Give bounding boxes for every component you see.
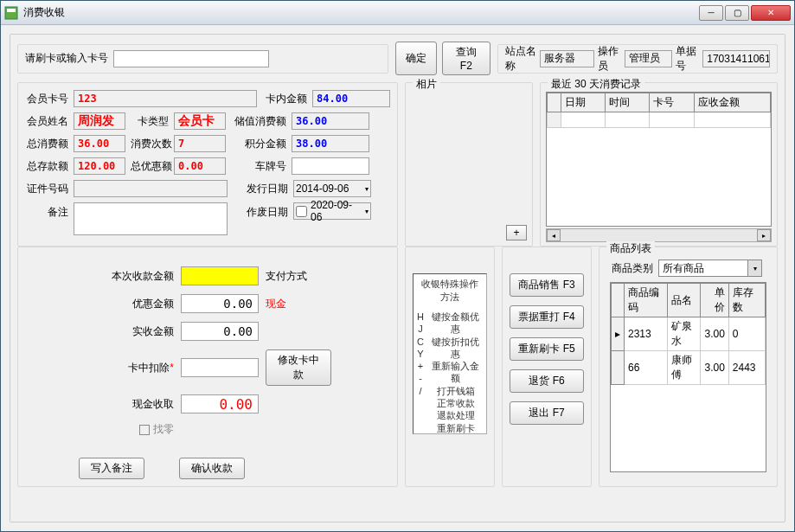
consume-cnt-label: 消费次数 xyxy=(131,137,169,151)
cash-value: 0.00 xyxy=(181,394,259,413)
photo-panel: 相片 + xyxy=(405,82,533,247)
name-label: 会员姓名 xyxy=(25,114,68,129)
col-cardno[interactable]: 卡号 xyxy=(650,93,694,112)
amount-label: 本次收款金额 xyxy=(56,269,174,284)
confirm-payment-button[interactable]: 确认收款 xyxy=(179,458,245,479)
type-value: 会员卡 xyxy=(174,112,226,130)
scroll-left-icon[interactable]: ◂ xyxy=(547,229,561,241)
idno-value xyxy=(74,180,228,197)
col-name[interactable]: 品名 xyxy=(668,284,701,317)
consume-cnt-value: 7 xyxy=(174,135,226,152)
plate-label: 车牌号 xyxy=(231,159,286,174)
paytype-value: 现金 xyxy=(266,297,387,311)
row-selector-header xyxy=(548,93,561,112)
product-list-panel: 商品列表 商品类别 所有商品 ▾ 商品编码 品名 xyxy=(599,247,778,487)
modify-deduct-button[interactable]: 修改卡中款 xyxy=(266,349,331,386)
void-label: 作废日期 xyxy=(233,202,288,220)
void-date-picker[interactable]: 2020-09-06▾ xyxy=(293,202,371,220)
total-deposit-value: 120.00 xyxy=(74,157,125,175)
card-no-value: 123 xyxy=(74,90,257,107)
site-label: 站点名称 xyxy=(505,44,536,74)
col-code[interactable]: 商品编码 xyxy=(625,284,668,317)
change-checkbox[interactable] xyxy=(139,425,150,435)
col-time[interactable]: 时间 xyxy=(606,93,650,112)
col-stock[interactable]: 库存数 xyxy=(728,284,765,317)
app-icon xyxy=(4,6,18,20)
discount-label: 优惠金额 xyxy=(56,297,174,311)
write-remark-button[interactable]: 写入备注 xyxy=(79,458,144,479)
category-label: 商品类别 xyxy=(612,261,653,276)
chevron-down-icon: ▾ xyxy=(747,260,761,276)
table-row[interactable]: 66康师傅3.002443 xyxy=(612,351,766,385)
reprint-button[interactable]: 票据重打 F4 xyxy=(510,305,584,329)
total-deposit-label: 总存款额 xyxy=(25,159,68,174)
col-date[interactable]: 日期 xyxy=(561,93,606,112)
row-selector-header xyxy=(612,284,625,317)
type-label: 卡类型 xyxy=(131,114,169,129)
actual-label: 实收金额 xyxy=(56,324,174,339)
close-button[interactable]: ✕ xyxy=(751,5,791,21)
card-amt-value: 84.00 xyxy=(312,90,390,107)
issue-date-picker[interactable]: 2014-09-06▾ xyxy=(293,180,371,197)
total-discount-label: 总优惠额 xyxy=(131,159,169,174)
docno-value: 17031411061212 xyxy=(702,50,770,67)
photo-legend: 相片 xyxy=(413,77,440,92)
recent-records-panel: 最近 30 天消费记录 日期 时间 卡号 应收金额 xyxy=(540,82,778,247)
window-title: 消费收银 xyxy=(23,5,697,20)
recent-scrollbar[interactable]: ◂ ▸ xyxy=(546,228,772,242)
category-select[interactable]: 所有商品 ▾ xyxy=(658,260,762,277)
ok-button[interactable]: 确定 xyxy=(395,42,437,75)
recent-legend: 最近 30 天消费记录 xyxy=(548,77,644,92)
scroll-right-icon[interactable]: ▸ xyxy=(757,229,771,241)
operator-value: 管理员 xyxy=(625,50,672,67)
col-receivable[interactable]: 应收金额 xyxy=(694,93,770,112)
product-sale-button[interactable]: 商品销售 F3 xyxy=(510,273,584,297)
card-swipe-panel: 请刷卡或输入卡号 xyxy=(17,44,388,74)
col-price[interactable]: 单价 xyxy=(701,284,729,317)
exit-button[interactable]: 退出 F7 xyxy=(510,401,584,425)
remark-textarea[interactable] xyxy=(74,202,228,235)
plate-value[interactable] xyxy=(292,157,369,175)
deduct-label: 卡中扣除* xyxy=(56,361,174,375)
maximize-button[interactable]: ▢ xyxy=(725,5,749,21)
chevron-down-icon: ▾ xyxy=(365,185,369,193)
action-panel: 商品销售 F3 票据重打 F4 重新刷卡 F5 退货 F6 退出 F7 xyxy=(502,247,592,487)
card-number-input[interactable] xyxy=(113,50,269,67)
payment-panel: 本次收款金额 支付方式 优惠金额 0.00 现金 实收金额 0.00 卡中扣除*… xyxy=(17,247,398,487)
swipe-prompt-label: 请刷卡或输入卡号 xyxy=(25,51,108,66)
return-button[interactable]: 退货 F6 xyxy=(510,369,584,393)
product-legend: 商品列表 xyxy=(606,241,655,256)
table-row[interactable]: ▸2313矿泉水3.000 xyxy=(612,317,766,351)
points-label: 积分金额 xyxy=(231,137,286,151)
minimize-button[interactable]: ─ xyxy=(699,5,723,21)
void-date-checkbox[interactable] xyxy=(296,206,307,217)
chevron-down-icon: ▾ xyxy=(365,208,369,215)
photo-add-button[interactable]: + xyxy=(506,225,527,240)
total-consume-label: 总消费额 xyxy=(25,137,68,151)
member-info-panel: 会员卡号 123 卡内金额 84.00 会员姓名 周润发 卡类型 会员卡 储值消… xyxy=(17,82,398,247)
total-consume-value: 36.00 xyxy=(74,135,125,152)
cash-label: 现金收取 xyxy=(56,397,174,412)
paytype-label: 支付方式 xyxy=(266,269,387,284)
query-button[interactable]: 查询 F2 xyxy=(442,42,490,75)
idno-label: 证件号码 xyxy=(25,182,68,196)
app-window: 消费收银 ─ ▢ ✕ 请刷卡或输入卡号 确定 查询 F2 站点名称 服务器 xyxy=(0,0,795,532)
product-table[interactable]: 商品编码 品名 单价 库存数 ▸2313矿泉水3.00066康师傅3.00244… xyxy=(610,282,766,472)
help-keys: HJCY+-/ xyxy=(417,311,424,434)
total-discount-value: 0.00 xyxy=(174,157,226,175)
title-bar[interactable]: 消费收银 ─ ▢ ✕ xyxy=(1,1,794,25)
stored-label: 储值消费额 xyxy=(231,114,286,129)
stored-value: 36.00 xyxy=(292,112,369,130)
issue-label: 发行日期 xyxy=(233,182,288,196)
name-value: 周润发 xyxy=(74,112,125,130)
help-texts: 键按金额优惠键按折扣优惠重新输入金额打开钱箱正常收款退款处理重新刷卡 xyxy=(429,311,483,434)
header-info-panel: 站点名称 服务器 操作员 管理员 单据号 17031411061212 xyxy=(497,44,778,74)
card-amt-label: 卡内金额 xyxy=(262,92,307,106)
deduct-value[interactable] xyxy=(181,358,259,377)
discount-value[interactable]: 0.00 xyxy=(181,294,259,313)
rescan-button[interactable]: 重新刷卡 F5 xyxy=(510,337,584,361)
recent-table[interactable]: 日期 时间 卡号 应收金额 xyxy=(546,92,772,227)
operator-label: 操作员 xyxy=(598,44,621,74)
amount-input[interactable] xyxy=(181,266,259,285)
help-title: 收银特殊操作方法 xyxy=(417,278,483,304)
